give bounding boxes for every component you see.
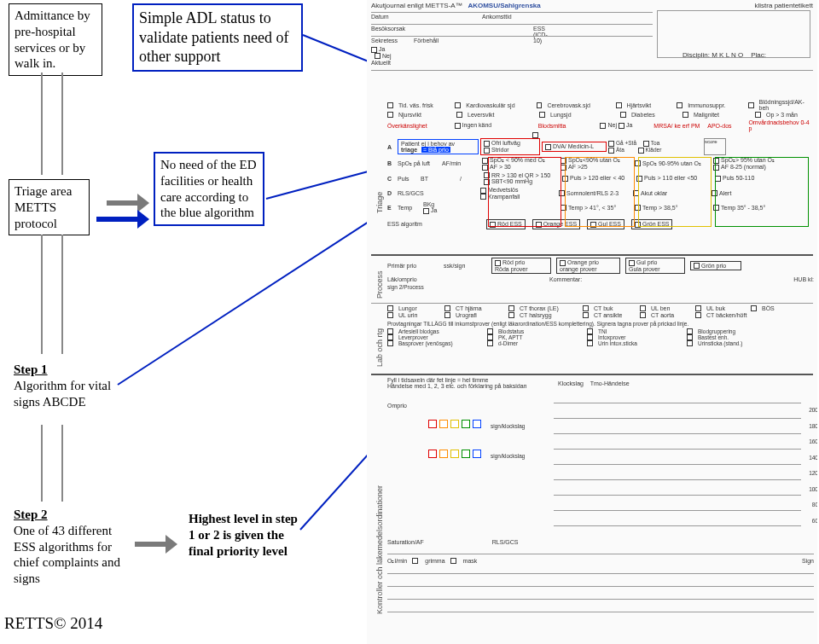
- metts-form: Akutjournal enligt METTS-A™ AKOMSU/Sahlg…: [367, 0, 817, 644]
- annotation-text: Admittance by pre-hospital services or b…: [15, 9, 90, 70]
- connector-line: [41, 425, 43, 502]
- form-note: klistra patientetikett: [755, 2, 813, 9]
- annotation-admittance: Admittance by pre-hospital services or b…: [9, 3, 102, 76]
- label: Ja: [379, 46, 385, 52]
- step1-heading: Step 1: [14, 363, 48, 376]
- pointer-line: [117, 217, 375, 386]
- gray-arrow: [135, 535, 177, 554]
- label: Ankomsttid: [482, 14, 512, 20]
- connector-line: [61, 73, 63, 175]
- highest-text: Highest level in step 1 or 2 is given th…: [189, 512, 298, 558]
- annotation-adl: Simple ADL status to validate patients n…: [132, 3, 303, 72]
- connector-line: [61, 235, 63, 354]
- annotation-step2: Step 2 One of 43 different ESS algorithm…: [9, 503, 128, 590]
- annotation-ed: No need of the ED facilities or health c…: [154, 152, 264, 226]
- annotation-triage-area: Triage area METTS protocol: [9, 179, 90, 235]
- labrtg-label-vertical: Lab och rtg: [375, 328, 384, 367]
- label: Datum: [371, 14, 389, 20]
- connector-line: [41, 73, 43, 175]
- connector-line: [61, 425, 63, 502]
- footer-copyright: RETTS© 2014: [4, 614, 102, 633]
- form-title: Akutjournal enligt METTS-A™: [371, 2, 462, 9]
- step2-heading: Step 2: [14, 508, 48, 521]
- step1-text: Algorithm for vital signs ABCDE: [14, 379, 111, 409]
- label: ESS (ICD-10): [533, 26, 548, 44]
- connector-line: [41, 235, 43, 354]
- label: Nej: [382, 53, 392, 59]
- label: Aktuellt: [371, 60, 391, 66]
- blue-arrow: [96, 210, 149, 229]
- annotation-highest: Highest level in step 1 or 2 is given th…: [183, 508, 303, 562]
- annotation-step1: Step 1 Algorithm for vital signs ABCDE: [9, 358, 119, 413]
- kontroller-label-vertical: Kontroller och läkemedelsordinationer: [375, 485, 384, 614]
- label: Förbehåll: [414, 38, 439, 44]
- annotation-text: Triage area METTS protocol: [15, 184, 72, 230]
- label: Besöksorsak: [371, 26, 405, 32]
- triage-label-vertical: Triage: [375, 192, 384, 213]
- label: Sekretess: [371, 38, 398, 44]
- annotation-text: No need of the ED facilities or health c…: [160, 158, 256, 219]
- annotation-text: Simple ADL status to validate patients n…: [139, 9, 288, 65]
- form-logo: AKOMSU/Sahlgrenska: [468, 2, 540, 9]
- step2-text: One of 43 different ESS algorithms for c…: [14, 524, 120, 585]
- process-label-vertical: Process: [375, 270, 384, 299]
